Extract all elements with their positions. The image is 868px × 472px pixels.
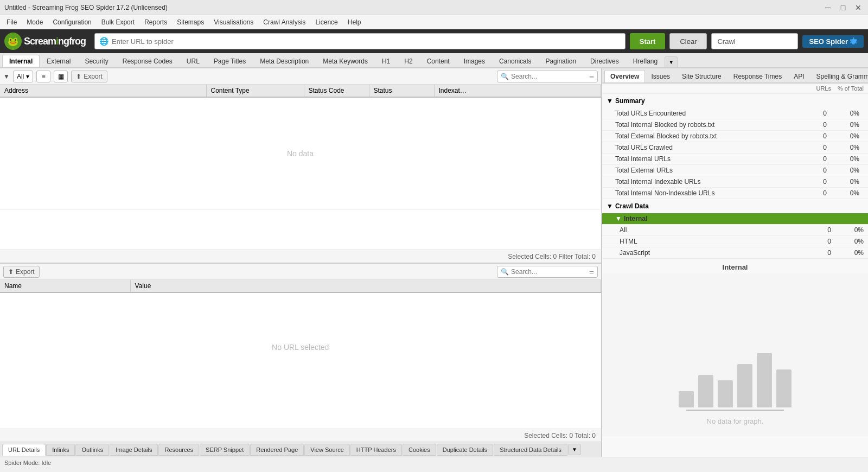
bottom-tab-rendered-page[interactable]: Rendered Page: [250, 444, 304, 456]
right-tab-response-times[interactable]: Response Times: [727, 70, 788, 82]
internal-chart-title: Internal: [602, 259, 868, 273]
crawl-collapse-icon: ▼: [607, 202, 613, 210]
bottom-tab-image-details[interactable]: Image Details: [110, 444, 158, 456]
list-view-button[interactable]: ≡: [36, 71, 50, 82]
summary-section-header[interactable]: ▼ Summary: [602, 94, 868, 108]
maximize-button[interactable]: □: [838, 2, 848, 13]
menu-item-configuration[interactable]: Configuration: [48, 17, 95, 28]
summary-item: Total URLs Crawled 0 0%: [602, 142, 868, 154]
filter-select[interactable]: All ▾: [13, 71, 33, 82]
crawl-data-section-header[interactable]: ▼ Crawl Data: [602, 199, 868, 213]
main-tab-url[interactable]: URL: [180, 55, 207, 67]
chart-bar-6: [776, 369, 792, 407]
start-button[interactable]: Start: [630, 33, 666, 49]
menu-item-reports[interactable]: Reports: [140, 17, 171, 28]
bottom-tab-cookies[interactable]: Cookies: [403, 444, 436, 456]
main-tab-internal[interactable]: Internal: [2, 55, 40, 67]
menu-item-sitemaps[interactable]: Sitemaps: [173, 17, 208, 28]
toolbar: 🐸 Screamingfrog 🌐 Start Clear Crawl SEO …: [0, 29, 868, 53]
main-tab-pagination[interactable]: Pagination: [538, 55, 583, 67]
window-controls: ─ □ ✕: [822, 2, 864, 13]
menu-item-file[interactable]: File: [2, 17, 21, 28]
menu-item-licence[interactable]: Licence: [311, 17, 342, 28]
right-tab-spelling-&-grammar[interactable]: Spelling & Grammar: [810, 70, 868, 82]
data-table: Address Content Type Status Code Status …: [0, 85, 601, 250]
right-tab-issues[interactable]: Issues: [645, 70, 676, 82]
col-status[interactable]: Status: [369, 85, 434, 97]
menu-item-help[interactable]: Help: [343, 17, 366, 28]
spider-mode-bar: Spider Mode: Idle: [0, 457, 868, 468]
lower-search-options-icon: ⚌: [589, 269, 594, 275]
bottom-tab-outlinks[interactable]: Outlinks: [75, 444, 109, 456]
bottom-tab-structured-data-details[interactable]: Structured Data Details: [494, 444, 567, 456]
main-tab-security[interactable]: Security: [78, 55, 115, 67]
lower-col-value[interactable]: Value: [130, 280, 601, 292]
bottom-tab-inlinks[interactable]: Inlinks: [46, 444, 75, 456]
right-panel: OverviewIssuesSite StructureResponse Tim…: [602, 68, 868, 457]
export-button[interactable]: ⬆ Export: [71, 71, 107, 82]
main-tab-external[interactable]: External: [40, 55, 78, 67]
menubar: FileModeConfigurationBulk ExportReportsS…: [0, 15, 868, 29]
col-status-code[interactable]: Status Code: [304, 85, 369, 97]
right-content: URLs % of Total ▼ Summary Total URLs Enc…: [602, 84, 868, 457]
main-tab-images[interactable]: Images: [457, 55, 492, 67]
bottom-tabs-more[interactable]: ▼: [568, 444, 581, 455]
lower-export-button[interactable]: ⬆ Export: [3, 266, 40, 278]
chart-view-button[interactable]: ▦: [54, 71, 68, 82]
main-tab-meta-keywords[interactable]: Meta Keywords: [316, 55, 375, 67]
summary-item: Total Internal Blocked by robots.txt 0 0…: [602, 119, 868, 131]
internal-subsection-header[interactable]: ▼ Internal: [602, 213, 868, 225]
bottom-tab-http-headers[interactable]: HTTP Headers: [350, 444, 402, 456]
menu-item-crawl analysis[interactable]: Crawl Analysis: [259, 17, 310, 28]
logo-frog-icon: 🐸: [4, 33, 22, 50]
bottom-tab-resources[interactable]: Resources: [158, 444, 199, 456]
main-tabs-more[interactable]: ▼: [665, 56, 678, 67]
summary-item: Total External Blocked by robots.txt 0 0…: [602, 131, 868, 142]
right-tabs: OverviewIssuesSite StructureResponse Tim…: [602, 68, 868, 84]
bottom-tab-serp-snippet[interactable]: SERP Snippet: [200, 444, 250, 456]
main-tab-page-titles[interactable]: Page Titles: [207, 55, 253, 67]
minimize-button[interactable]: ─: [822, 2, 833, 13]
table-header-row: Address Content Type Status Code Status …: [0, 85, 601, 97]
lower-search-box[interactable]: 🔍 ⚌: [497, 266, 598, 278]
clear-button[interactable]: Clear: [669, 33, 707, 49]
menu-item-visualisations[interactable]: Visualisations: [209, 17, 258, 28]
summary-collapse-icon: ▼: [607, 97, 613, 105]
main-tab-directives[interactable]: Directives: [583, 55, 626, 67]
col-address[interactable]: Address: [0, 85, 206, 97]
main-tab-content[interactable]: Content: [420, 55, 457, 67]
lower-col-name[interactable]: Name: [0, 280, 130, 292]
menu-item-mode[interactable]: Mode: [22, 17, 47, 28]
main-tab-h2[interactable]: H2: [397, 55, 419, 67]
close-button[interactable]: ✕: [853, 2, 864, 13]
right-tab-overview[interactable]: Overview: [604, 70, 645, 82]
bottom-tab-url-details[interactable]: URL Details: [2, 444, 46, 456]
search-box[interactable]: 🔍 ⚌: [497, 71, 598, 82]
lower-search-input[interactable]: [511, 268, 587, 276]
col-indexat[interactable]: Indexat…: [434, 85, 601, 97]
search-input[interactable]: [511, 73, 587, 80]
filter-icon: ▼: [3, 73, 10, 80]
url-input[interactable]: [112, 37, 621, 46]
url-input-wrapper[interactable]: 🌐: [94, 33, 626, 49]
menu-item-bulk export[interactable]: Bulk Export: [97, 17, 139, 28]
main-tab-canonicals[interactable]: Canonicals: [492, 55, 538, 67]
right-tab-site-structure[interactable]: Site Structure: [676, 70, 727, 82]
internal-item: JavaScript 0 0%: [602, 247, 868, 259]
window-title: Untitled - Screaming Frog SEO Spider 17.…: [4, 4, 168, 11]
right-tab-api[interactable]: API: [788, 70, 810, 82]
bottom-tab-view-source[interactable]: View Source: [304, 444, 350, 456]
titlebar: Untitled - Screaming Frog SEO Spider 17.…: [0, 0, 868, 15]
status-bar-bottom: Selected Cells: 0 Total: 0: [0, 429, 601, 442]
spider-icon: 🕷: [850, 37, 857, 46]
summary-item: Total External URLs 0 0%: [602, 165, 868, 176]
chart-bar-5: [757, 353, 772, 407]
main-tab-h1[interactable]: H1: [375, 55, 397, 67]
main-tab-hreflang[interactable]: Hreflang: [626, 55, 665, 67]
chart-bar-4: [737, 364, 752, 407]
main-tab-response-codes[interactable]: Response Codes: [116, 55, 180, 67]
logo: 🐸 Screamingfrog: [4, 33, 86, 50]
bottom-tab-duplicate-details[interactable]: Duplicate Details: [437, 444, 494, 456]
main-tab-meta-description[interactable]: Meta Description: [253, 55, 316, 67]
col-content-type[interactable]: Content Type: [206, 85, 304, 97]
